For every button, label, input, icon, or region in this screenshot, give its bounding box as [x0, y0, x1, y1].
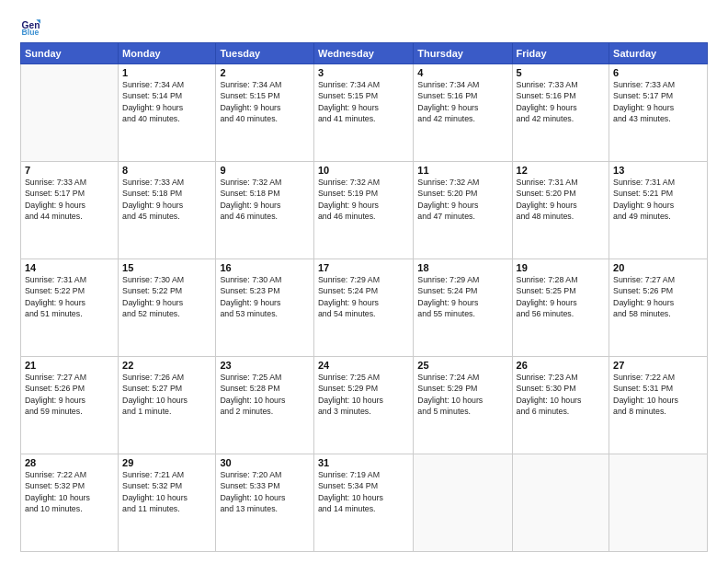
day-info: Sunrise: 7:20 AM Sunset: 5:33 PM Dayligh… — [220, 469, 310, 514]
day-number: 18 — [417, 262, 507, 273]
day-number: 22 — [122, 360, 211, 371]
day-number: 17 — [318, 262, 409, 273]
calendar: SundayMondayTuesdayWednesdayThursdayFrid… — [20, 42, 708, 552]
calendar-cell: 29Sunrise: 7:21 AM Sunset: 5:32 PM Dayli… — [119, 454, 216, 552]
day-info: Sunrise: 7:31 AM Sunset: 5:21 PM Dayligh… — [613, 177, 703, 222]
day-number: 2 — [220, 67, 310, 78]
day-info: Sunrise: 7:34 AM Sunset: 5:16 PM Dayligh… — [417, 79, 507, 124]
day-info: Sunrise: 7:32 AM Sunset: 5:19 PM Dayligh… — [318, 177, 409, 222]
calendar-cell: 14Sunrise: 7:31 AM Sunset: 5:22 PM Dayli… — [21, 259, 119, 357]
day-number: 19 — [517, 262, 606, 273]
day-number: 23 — [220, 360, 310, 371]
logo-icon: General Blue — [20, 17, 40, 37]
calendar-week-row: 7Sunrise: 7:33 AM Sunset: 5:17 PM Daylig… — [21, 162, 708, 259]
day-info: Sunrise: 7:22 AM Sunset: 5:31 PM Dayligh… — [613, 372, 703, 417]
day-number: 16 — [220, 262, 310, 273]
logo: General Blue — [20, 17, 44, 37]
calendar-cell: 31Sunrise: 7:19 AM Sunset: 5:34 PM Dayli… — [313, 454, 413, 552]
day-number: 21 — [25, 360, 114, 371]
page-header: General Blue — [20, 17, 708, 37]
calendar-cell: 20Sunrise: 7:27 AM Sunset: 5:26 PM Dayli… — [609, 259, 708, 357]
day-info: Sunrise: 7:27 AM Sunset: 5:26 PM Dayligh… — [25, 372, 114, 417]
day-number: 3 — [318, 67, 409, 78]
day-info: Sunrise: 7:34 AM Sunset: 5:15 PM Dayligh… — [220, 79, 310, 124]
day-number: 27 — [613, 360, 703, 371]
day-info: Sunrise: 7:33 AM Sunset: 5:18 PM Dayligh… — [122, 177, 211, 222]
day-number: 29 — [122, 457, 211, 468]
day-info: Sunrise: 7:34 AM Sunset: 5:14 PM Dayligh… — [122, 79, 211, 124]
day-of-week-header: Monday — [119, 43, 216, 64]
calendar-cell: 13Sunrise: 7:31 AM Sunset: 5:21 PM Dayli… — [609, 162, 708, 259]
day-info: Sunrise: 7:31 AM Sunset: 5:20 PM Dayligh… — [517, 177, 606, 222]
day-info: Sunrise: 7:33 AM Sunset: 5:16 PM Dayligh… — [517, 79, 606, 124]
calendar-cell: 8Sunrise: 7:33 AM Sunset: 5:18 PM Daylig… — [119, 162, 216, 259]
calendar-cell: 19Sunrise: 7:28 AM Sunset: 5:25 PM Dayli… — [512, 259, 609, 357]
calendar-cell — [609, 454, 708, 552]
day-info: Sunrise: 7:24 AM Sunset: 5:29 PM Dayligh… — [417, 372, 507, 417]
calendar-week-row: 1Sunrise: 7:34 AM Sunset: 5:14 PM Daylig… — [21, 64, 708, 162]
calendar-week-row: 14Sunrise: 7:31 AM Sunset: 5:22 PM Dayli… — [21, 259, 708, 357]
day-number: 20 — [613, 262, 703, 273]
day-number: 30 — [220, 457, 310, 468]
day-info: Sunrise: 7:29 AM Sunset: 5:24 PM Dayligh… — [417, 274, 507, 319]
day-number: 15 — [122, 262, 211, 273]
calendar-cell: 11Sunrise: 7:32 AM Sunset: 5:20 PM Dayli… — [414, 162, 512, 259]
calendar-cell: 7Sunrise: 7:33 AM Sunset: 5:17 PM Daylig… — [21, 162, 119, 259]
day-info: Sunrise: 7:30 AM Sunset: 5:22 PM Dayligh… — [122, 274, 211, 319]
calendar-cell: 28Sunrise: 7:22 AM Sunset: 5:32 PM Dayli… — [21, 454, 119, 552]
calendar-cell: 2Sunrise: 7:34 AM Sunset: 5:15 PM Daylig… — [216, 64, 314, 162]
day-of-week-header: Wednesday — [313, 43, 413, 64]
calendar-cell: 5Sunrise: 7:33 AM Sunset: 5:16 PM Daylig… — [512, 64, 609, 162]
day-of-week-header: Tuesday — [216, 43, 314, 64]
day-number: 12 — [517, 165, 606, 176]
calendar-cell: 23Sunrise: 7:25 AM Sunset: 5:28 PM Dayli… — [216, 357, 314, 454]
calendar-cell: 16Sunrise: 7:30 AM Sunset: 5:23 PM Dayli… — [216, 259, 314, 357]
day-info: Sunrise: 7:33 AM Sunset: 5:17 PM Dayligh… — [25, 177, 114, 222]
day-number: 6 — [613, 67, 703, 78]
calendar-week-row: 21Sunrise: 7:27 AM Sunset: 5:26 PM Dayli… — [21, 357, 708, 454]
day-number: 10 — [318, 165, 409, 176]
calendar-header-row: SundayMondayTuesdayWednesdayThursdayFrid… — [21, 43, 708, 64]
calendar-cell: 4Sunrise: 7:34 AM Sunset: 5:16 PM Daylig… — [414, 64, 512, 162]
day-number: 24 — [318, 360, 409, 371]
day-number: 5 — [517, 67, 606, 78]
calendar-cell: 15Sunrise: 7:30 AM Sunset: 5:22 PM Dayli… — [119, 259, 216, 357]
calendar-cell — [414, 454, 512, 552]
day-info: Sunrise: 7:29 AM Sunset: 5:24 PM Dayligh… — [318, 274, 409, 319]
day-info: Sunrise: 7:30 AM Sunset: 5:23 PM Dayligh… — [220, 274, 310, 319]
day-number: 7 — [25, 165, 114, 176]
calendar-cell: 21Sunrise: 7:27 AM Sunset: 5:26 PM Dayli… — [21, 357, 119, 454]
calendar-cell: 6Sunrise: 7:33 AM Sunset: 5:17 PM Daylig… — [609, 64, 708, 162]
day-info: Sunrise: 7:33 AM Sunset: 5:17 PM Dayligh… — [613, 79, 703, 124]
calendar-cell: 10Sunrise: 7:32 AM Sunset: 5:19 PM Dayli… — [313, 162, 413, 259]
day-info: Sunrise: 7:32 AM Sunset: 5:18 PM Dayligh… — [220, 177, 310, 222]
calendar-cell: 25Sunrise: 7:24 AM Sunset: 5:29 PM Dayli… — [414, 357, 512, 454]
day-number: 8 — [122, 165, 211, 176]
calendar-cell: 22Sunrise: 7:26 AM Sunset: 5:27 PM Dayli… — [119, 357, 216, 454]
day-number: 9 — [220, 165, 310, 176]
day-info: Sunrise: 7:25 AM Sunset: 5:28 PM Dayligh… — [220, 372, 310, 417]
day-info: Sunrise: 7:21 AM Sunset: 5:32 PM Dayligh… — [122, 469, 211, 514]
calendar-cell: 30Sunrise: 7:20 AM Sunset: 5:33 PM Dayli… — [216, 454, 314, 552]
calendar-week-row: 28Sunrise: 7:22 AM Sunset: 5:32 PM Dayli… — [21, 454, 708, 552]
day-info: Sunrise: 7:23 AM Sunset: 5:30 PM Dayligh… — [517, 372, 606, 417]
day-info: Sunrise: 7:31 AM Sunset: 5:22 PM Dayligh… — [25, 274, 114, 319]
day-info: Sunrise: 7:27 AM Sunset: 5:26 PM Dayligh… — [613, 274, 703, 319]
day-number: 1 — [122, 67, 211, 78]
day-info: Sunrise: 7:28 AM Sunset: 5:25 PM Dayligh… — [517, 274, 606, 319]
calendar-cell: 26Sunrise: 7:23 AM Sunset: 5:30 PM Dayli… — [512, 357, 609, 454]
calendar-cell: 17Sunrise: 7:29 AM Sunset: 5:24 PM Dayli… — [313, 259, 413, 357]
day-number: 25 — [417, 360, 507, 371]
day-of-week-header: Thursday — [414, 43, 512, 64]
calendar-cell: 27Sunrise: 7:22 AM Sunset: 5:31 PM Dayli… — [609, 357, 708, 454]
day-of-week-header: Saturday — [609, 43, 708, 64]
day-number: 31 — [318, 457, 409, 468]
calendar-cell: 18Sunrise: 7:29 AM Sunset: 5:24 PM Dayli… — [414, 259, 512, 357]
day-number: 26 — [517, 360, 606, 371]
calendar-cell: 3Sunrise: 7:34 AM Sunset: 5:15 PM Daylig… — [313, 64, 413, 162]
day-info: Sunrise: 7:34 AM Sunset: 5:15 PM Dayligh… — [318, 79, 409, 124]
calendar-cell: 9Sunrise: 7:32 AM Sunset: 5:18 PM Daylig… — [216, 162, 314, 259]
day-number: 13 — [613, 165, 703, 176]
day-number: 11 — [417, 165, 507, 176]
day-of-week-header: Sunday — [21, 43, 119, 64]
